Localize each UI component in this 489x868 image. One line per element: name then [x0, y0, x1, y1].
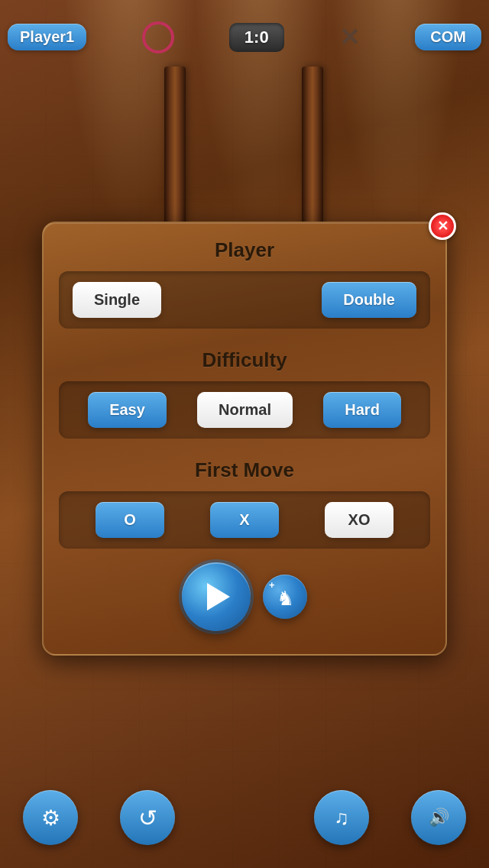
player-button-row: Single Double	[59, 271, 430, 329]
chess-knight-icon: ♞	[277, 587, 294, 611]
o-button[interactable]: O	[96, 502, 164, 538]
gear-icon	[41, 805, 60, 831]
music-icon	[334, 806, 349, 830]
music-button[interactable]	[314, 790, 369, 845]
bottom-bar	[0, 790, 489, 845]
sound-button[interactable]	[411, 790, 466, 845]
settings-dialog: ✕ Player Single Double Difficulty Easy N…	[42, 222, 447, 656]
refresh-button[interactable]	[120, 790, 175, 845]
com-badge[interactable]: COM	[415, 24, 481, 50]
top-bar: Player1 1:0 ✕ COM	[0, 0, 489, 66]
normal-button[interactable]: Normal	[197, 392, 293, 428]
player1-symbol	[142, 21, 174, 53]
sound-icon	[429, 808, 449, 828]
action-button-row: + ♞	[44, 562, 445, 631]
hard-button[interactable]: Hard	[323, 392, 401, 428]
play-button[interactable]	[182, 562, 251, 631]
difficulty-button-row: Easy Normal Hard	[59, 381, 430, 439]
first-move-button-row: O X XO	[59, 491, 430, 549]
x-button[interactable]: X	[210, 502, 279, 538]
settings-button[interactable]	[23, 790, 78, 845]
score-display: 1:0	[229, 23, 284, 52]
player1-badge[interactable]: Player1	[8, 24, 86, 50]
player-section-title: Player	[44, 223, 445, 271]
chess-plus-icon: +	[269, 579, 275, 591]
close-button[interactable]: ✕	[429, 212, 456, 240]
refresh-icon	[138, 805, 157, 831]
play-icon	[207, 583, 230, 611]
xo-button[interactable]: XO	[325, 502, 393, 538]
single-button[interactable]: Single	[73, 282, 161, 318]
easy-button[interactable]: Easy	[88, 392, 167, 428]
add-chess-button[interactable]: + ♞	[263, 575, 307, 619]
first-move-section-title: First Move	[44, 443, 445, 491]
double-button[interactable]: Double	[322, 282, 416, 318]
difficulty-section-title: Difficulty	[44, 333, 445, 381]
x-symbol: ✕	[339, 23, 360, 52]
